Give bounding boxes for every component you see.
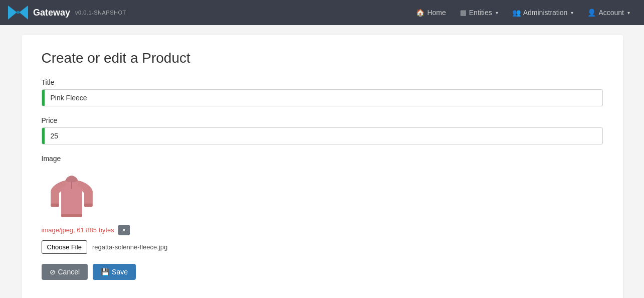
administration-caret-icon: ▾ [571, 10, 573, 16]
brand-logo-link[interactable]: Gateway v0.0.1-SNAPSHOT [8, 6, 126, 20]
cancel-button[interactable]: ⊘ Cancel [42, 264, 88, 280]
title-field-group: Title [42, 78, 603, 106]
title-label: Title [42, 78, 603, 86]
nav-menu: 🏠 Home ▦ Entities ▾ 👥 Administration ▾ 👤… [410, 5, 636, 21]
remove-image-button[interactable]: × [118, 225, 130, 235]
account-icon: 👤 [587, 9, 596, 17]
title-input[interactable] [45, 90, 446, 106]
entities-caret-icon: ▾ [496, 10, 498, 16]
nav-home[interactable]: 🏠 Home [410, 5, 452, 21]
home-label: Home [427, 9, 446, 17]
cancel-icon: ⊘ [50, 268, 56, 276]
nav-account[interactable]: 👤 Account ▾ [581, 5, 636, 21]
action-buttons: ⊘ Cancel 💾 Save [42, 264, 603, 280]
price-input[interactable] [45, 128, 446, 144]
fleece-product-image [47, 168, 97, 218]
price-input-wrapper [42, 127, 603, 144]
cancel-label: Cancel [58, 268, 80, 276]
image-info-row: image/jpeg, 61 885 bytes × [42, 225, 603, 235]
image-info-text: image/jpeg, 61 885 bytes [42, 226, 114, 234]
save-icon: 💾 [101, 268, 109, 276]
svg-point-3 [17, 11, 20, 14]
entities-icon: ▦ [460, 9, 467, 17]
navbar: Gateway v0.0.1-SNAPSHOT 🏠 Home ▦ Entitie… [0, 0, 644, 25]
bowtie-logo-icon [8, 6, 28, 20]
brand-name: Gateway [33, 8, 70, 18]
file-input-row: Choose File regatta-solenne-fleece.jpg [42, 240, 603, 254]
price-field-group: Price [42, 116, 603, 144]
home-icon: 🏠 [416, 9, 424, 17]
main-content: Create or edit a Product Title Price Ima… [22, 35, 623, 298]
image-preview [42, 166, 102, 221]
choose-file-button[interactable]: Choose File [42, 240, 87, 254]
image-label: Image [42, 155, 603, 163]
account-caret-icon: ▾ [627, 10, 630, 16]
image-field-group: Image [42, 155, 603, 254]
entities-label: Entities [469, 9, 492, 17]
svg-rect-7 [61, 214, 82, 217]
administration-icon: 👥 [512, 9, 521, 17]
page-title: Create or edit a Product [42, 50, 603, 66]
svg-rect-5 [51, 204, 59, 207]
title-input-wrapper [42, 89, 603, 106]
save-button[interactable]: 💾 Save [93, 264, 136, 280]
svg-rect-6 [84, 204, 93, 207]
svg-marker-1 [19, 6, 28, 20]
administration-label: Administration [523, 9, 568, 17]
svg-marker-0 [8, 6, 17, 20]
save-label: Save [112, 268, 128, 276]
brand-version: v0.0.1-SNAPSHOT [75, 10, 126, 16]
price-label: Price [42, 116, 603, 124]
file-name-display: regatta-solenne-fleece.jpg [92, 243, 167, 251]
account-label: Account [598, 9, 624, 17]
nav-administration[interactable]: 👥 Administration ▾ [506, 5, 580, 21]
nav-entities[interactable]: ▦ Entities ▾ [454, 5, 504, 21]
